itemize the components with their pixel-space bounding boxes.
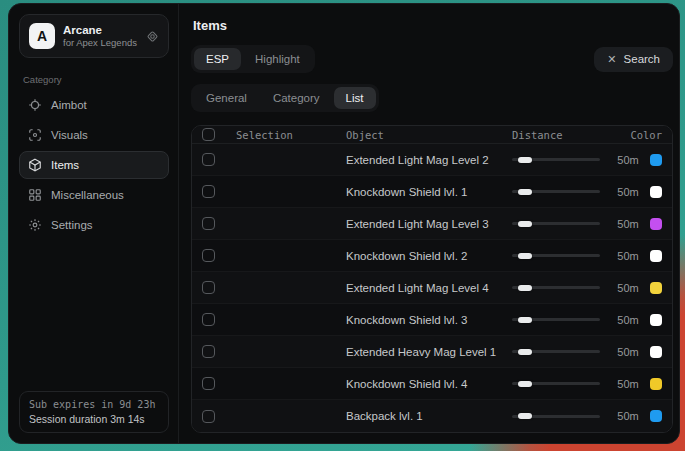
sidebar-item-items[interactable]: Items [19, 151, 169, 179]
game-background: A Arcane for Apex Legends Category [0, 0, 685, 451]
distance-slider[interactable] [512, 410, 600, 422]
main-panel: Items ESP Highlight ✕ Search General Cat… [179, 4, 680, 443]
session-duration-text: Session duration 3m 14s [29, 413, 159, 425]
color-swatch[interactable] [650, 250, 662, 262]
row-checkbox[interactable] [202, 377, 215, 390]
object-name: Backpack lvl. 1 [346, 410, 512, 422]
sub-expires-text: Sub expires in 9d 23h [29, 399, 159, 410]
sidebar-item-aimbot[interactable]: Aimbot [19, 91, 169, 119]
slider-thumb[interactable] [518, 317, 532, 323]
object-name: Extended Heavy Mag Level 1 [346, 346, 512, 358]
slider-thumb[interactable] [518, 413, 532, 419]
x-icon: ✕ [607, 53, 616, 66]
distance-slider[interactable] [512, 250, 600, 262]
tab-category[interactable]: Category [261, 87, 332, 109]
eye-icon [28, 128, 42, 142]
object-name: Extended Light Mag Level 2 [346, 154, 512, 166]
shield-icon[interactable] [146, 30, 159, 43]
arcane-window: A Arcane for Apex Legends Category [8, 3, 680, 444]
table-row: Knockdown Shield lvl. 3 50m [192, 304, 672, 336]
tab-esp[interactable]: ESP [194, 48, 241, 70]
color-swatch[interactable] [650, 154, 662, 166]
arcane-logo: A [29, 23, 55, 49]
app-subtitle: for Apex Legends [63, 37, 138, 49]
header-selection: Selection [236, 129, 346, 141]
row-checkbox[interactable] [202, 249, 215, 262]
header-object: Object [346, 129, 512, 141]
app-title: Arcane [63, 23, 138, 37]
row-checkbox[interactable] [202, 153, 215, 166]
page-title: Items [193, 18, 673, 33]
color-swatch[interactable] [650, 186, 662, 198]
distance-value: 50m [608, 346, 648, 358]
distance-value: 50m [608, 186, 648, 198]
color-swatch[interactable] [650, 378, 662, 390]
category-label: Category [23, 74, 169, 85]
sidebar-item-settings[interactable]: Settings [19, 211, 169, 239]
box-icon [28, 158, 42, 172]
color-swatch[interactable] [650, 346, 662, 358]
search-button[interactable]: ✕ Search [594, 47, 673, 72]
select-all-checkbox[interactable] [202, 128, 215, 141]
slider-thumb[interactable] [518, 253, 532, 259]
slider-thumb[interactable] [518, 285, 532, 291]
table-row: Extended Heavy Mag Level 1 50m [192, 336, 672, 368]
table-header: Selection Object Distance Color [192, 126, 672, 144]
sidebar-item-label: Items [51, 159, 79, 171]
row-checkbox[interactable] [202, 185, 215, 198]
color-swatch[interactable] [650, 410, 662, 422]
row-checkbox[interactable] [202, 410, 215, 423]
distance-slider[interactable] [512, 282, 600, 294]
color-swatch[interactable] [650, 218, 662, 230]
grid-icon [28, 188, 42, 202]
table-row: Knockdown Shield lvl. 4 50m [192, 368, 672, 400]
distance-slider[interactable] [512, 314, 600, 326]
object-name: Knockdown Shield lvl. 1 [346, 186, 512, 198]
object-name: Knockdown Shield lvl. 3 [346, 314, 512, 326]
toolbar: ESP Highlight ✕ Search [191, 45, 673, 73]
distance-value: 50m [608, 218, 648, 230]
sidebar-item-miscellaneous[interactable]: Miscellaneous [19, 181, 169, 209]
sidebar-item-visuals[interactable]: Visuals [19, 121, 169, 149]
row-checkbox[interactable] [202, 281, 215, 294]
tab-general[interactable]: General [194, 87, 259, 109]
distance-value: 50m [608, 314, 648, 326]
color-swatch[interactable] [650, 282, 662, 294]
table-row: Backpack lvl. 1 50m [192, 400, 672, 432]
color-swatch[interactable] [650, 314, 662, 326]
distance-slider[interactable] [512, 186, 600, 198]
slider-thumb[interactable] [518, 221, 532, 227]
slider-thumb[interactable] [518, 349, 532, 355]
distance-slider[interactable] [512, 378, 600, 390]
sidebar-item-label: Settings [51, 219, 93, 231]
row-checkbox[interactable] [202, 217, 215, 230]
distance-value: 50m [608, 154, 648, 166]
distance-slider[interactable] [512, 346, 600, 358]
gear-icon [28, 218, 42, 232]
table-row: Extended Light Mag Level 2 50m [192, 144, 672, 176]
slider-thumb[interactable] [518, 157, 532, 163]
search-button-label: Search [624, 53, 660, 65]
view-tabs: General Category List [191, 84, 673, 112]
distance-slider[interactable] [512, 218, 600, 230]
distance-value: 50m [608, 378, 648, 390]
table-row: Extended Light Mag Level 4 50m [192, 272, 672, 304]
row-checkbox[interactable] [202, 313, 215, 326]
session-card: Sub expires in 9d 23h Session duration 3… [19, 391, 169, 433]
row-checkbox[interactable] [202, 345, 215, 358]
slider-thumb[interactable] [518, 189, 532, 195]
tab-list[interactable]: List [334, 87, 376, 109]
header-distance: Distance [512, 129, 608, 141]
object-name: Knockdown Shield lvl. 2 [346, 250, 512, 262]
distance-slider[interactable] [512, 154, 600, 166]
slider-thumb[interactable] [518, 381, 532, 387]
object-name: Extended Light Mag Level 4 [346, 282, 512, 294]
tab-highlight[interactable]: Highlight [243, 48, 312, 70]
table-row: Knockdown Shield lvl. 1 50m [192, 176, 672, 208]
sidebar-item-label: Aimbot [51, 99, 87, 111]
distance-value: 50m [608, 250, 648, 262]
sidebar-item-label: Visuals [51, 129, 88, 141]
mode-tab-group: ESP Highlight [191, 45, 315, 73]
header-color: Color [608, 129, 662, 141]
object-name: Extended Light Mag Level 3 [346, 218, 512, 230]
